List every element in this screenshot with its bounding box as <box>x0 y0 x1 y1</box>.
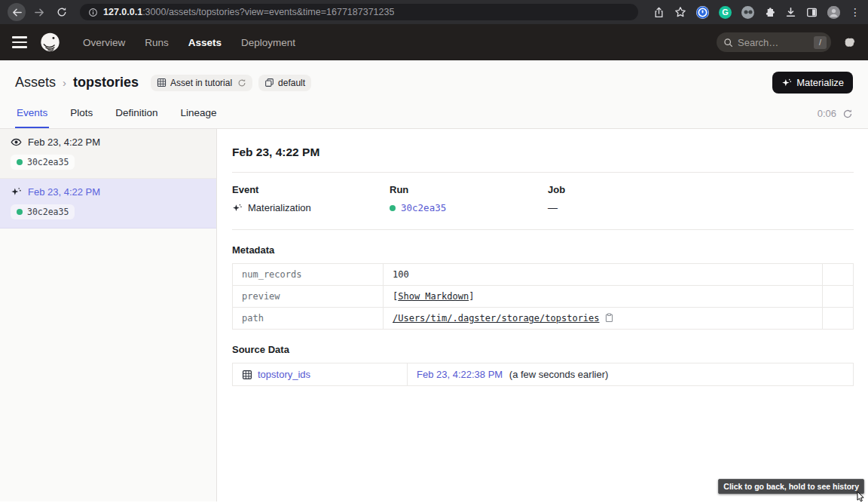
browser-forward-button[interactable] <box>30 3 48 21</box>
materialization-sparkle-icon <box>11 186 22 198</box>
reload-icon <box>57 7 67 17</box>
run-id-tag[interactable]: 30c2ea35 <box>11 155 75 170</box>
back-arrow-icon <box>11 7 23 18</box>
path-link[interactable]: /Users/tim/.dagster/storage/topstories <box>393 313 600 324</box>
materialize-button[interactable]: Materialize <box>772 72 853 94</box>
group-badge[interactable]: default <box>258 75 311 91</box>
materialization-sparkle-icon <box>232 203 243 213</box>
run-label: Run <box>390 184 548 195</box>
event-type-value: Materialization <box>248 202 311 213</box>
browser-back-button[interactable] <box>8 3 26 21</box>
event-list-item-observation[interactable]: Feb 23, 4:22 PM 30c2ea35 <box>0 129 216 179</box>
group-copies-icon <box>264 78 274 87</box>
browser-menu-icon[interactable]: ⋮ <box>850 6 860 18</box>
extension-goggles-icon[interactable] <box>741 6 754 19</box>
hamburger-menu-icon[interactable] <box>12 36 27 48</box>
primary-nav: Overview Runs Assets Deployment <box>83 37 295 48</box>
mouse-cursor <box>857 491 866 503</box>
copy-clipboard-icon[interactable] <box>604 313 614 323</box>
job-value: — <box>548 202 558 213</box>
nav-item-deployment[interactable]: Deployment <box>241 37 295 48</box>
extensions-puzzle-icon[interactable] <box>764 7 775 18</box>
asset-tabs: Events Plots Definition Lineage 0:06 <box>0 97 868 128</box>
browser-reload-button[interactable] <box>53 3 71 21</box>
site-info-icon[interactable] <box>88 8 98 17</box>
nav-item-overview[interactable]: Overview <box>83 37 125 48</box>
tab-plots[interactable]: Plots <box>69 107 94 128</box>
url-path: :3000/assets/topstories?view=events&time… <box>142 7 394 17</box>
source-asset-link[interactable]: topstory_ids <box>258 369 310 380</box>
asset-grid-icon <box>157 78 167 87</box>
downloads-icon[interactable] <box>785 7 796 18</box>
materialize-sparkle-icon <box>781 78 792 88</box>
asset-page-header: Assets › topstories Asset in tutorial de… <box>0 60 868 129</box>
breadcrumb-separator: › <box>63 76 66 89</box>
search-input[interactable] <box>738 37 809 48</box>
breadcrumb-assets-link[interactable]: Assets <box>15 75 56 90</box>
eye-icon <box>11 136 22 148</box>
run-status-dot <box>390 205 396 211</box>
browser-actions: G ⋮ <box>653 6 860 19</box>
extension-grammarly-icon[interactable]: G <box>719 6 732 19</box>
group-badge-label: default <box>278 78 305 88</box>
event-timestamp: Feb 23, 4:22 PM <box>28 186 100 198</box>
table-row: topstory_ids Feb 23, 4:22:38 PM (a few s… <box>233 363 854 386</box>
source-data-section-title: Source Data <box>232 344 854 355</box>
metadata-key: preview <box>233 286 384 308</box>
event-attributes: Event Materialization Run 30c2ea35 Job — <box>232 173 854 230</box>
forward-arrow-icon <box>34 7 45 18</box>
metadata-value: 100 <box>384 264 823 286</box>
profile-avatar[interactable] <box>827 6 840 19</box>
table-row: num_records 100 <box>233 264 854 286</box>
reload-repo-icon[interactable] <box>237 78 246 87</box>
metadata-extra-cell <box>823 264 854 286</box>
event-detail-panel: Feb 23, 4:22 PM Event Materialization Ru… <box>217 129 868 501</box>
event-list-item-materialization[interactable]: Feb 23, 4:22 PM 30c2ea35 <box>0 179 216 228</box>
metadata-value: [Show Markdown] <box>384 286 823 308</box>
settings-gear-icon[interactable] <box>843 36 856 49</box>
event-detail-title: Feb 23, 4:22 PM <box>232 140 854 173</box>
url-host: 127.0.0.1 <box>103 7 142 17</box>
tab-lineage[interactable]: Lineage <box>179 107 219 128</box>
tab-events[interactable]: Events <box>15 107 49 128</box>
run-id-text: 30c2ea35 <box>27 157 69 167</box>
table-row: path /Users/tim/.dagster/storage/topstor… <box>233 308 854 330</box>
grammarly-letter: G <box>722 8 729 17</box>
dagster-logo[interactable] <box>38 31 62 54</box>
refresh-timer: 0:06 <box>818 108 836 119</box>
run-status-dot <box>17 209 23 215</box>
repo-badge[interactable]: Asset in tutorial <box>151 75 252 91</box>
side-panel-icon[interactable] <box>806 7 818 18</box>
event-list-sidebar: Feb 23, 4:22 PM 30c2ea35 Feb 23, 4:22 PM… <box>0 129 217 501</box>
page-title: topstories <box>73 75 139 90</box>
refresh-icon[interactable] <box>842 109 853 119</box>
source-time-link[interactable]: Feb 23, 4:22:38 PM <box>417 369 503 380</box>
materialize-label: Materialize <box>796 77 844 88</box>
extension-1password-icon[interactable] <box>696 6 709 19</box>
tab-definition[interactable]: Definition <box>114 107 159 128</box>
metadata-key: num_records <box>233 264 384 286</box>
url-text[interactable]: 127.0.0.1:3000/assets/topstories?view=ev… <box>103 7 394 17</box>
nav-item-assets[interactable]: Assets <box>188 37 222 48</box>
run-id-link[interactable]: 30c2ea35 <box>401 202 446 213</box>
event-label: Event <box>232 184 390 195</box>
address-bar[interactable]: 127.0.0.1:3000/assets/topstories?view=ev… <box>80 4 638 20</box>
app-top-nav: Overview Runs Assets Deployment / <box>0 24 868 60</box>
asset-grid-icon <box>242 370 252 380</box>
event-timestamp: Feb 23, 4:22 PM <box>28 136 100 148</box>
share-icon[interactable] <box>653 7 665 18</box>
nav-item-runs[interactable]: Runs <box>145 37 169 48</box>
browser-toolbar: 127.0.0.1:3000/assets/topstories?view=ev… <box>0 0 868 24</box>
run-id-text: 30c2ea35 <box>27 207 69 217</box>
breadcrumb: Assets › topstories Asset in tutorial de… <box>0 60 868 97</box>
source-data-table: topstory_ids Feb 23, 4:22:38 PM (a few s… <box>232 363 854 386</box>
run-id-tag[interactable]: 30c2ea35 <box>11 204 75 219</box>
table-row: preview [Show Markdown] <box>233 286 854 308</box>
show-markdown-link[interactable]: Show Markdown <box>398 291 469 302</box>
global-search[interactable]: / <box>717 32 831 52</box>
search-shortcut-badge: / <box>814 36 827 49</box>
back-button-tooltip: Click to go back, hold to see history <box>718 479 864 494</box>
bookmark-star-icon[interactable] <box>674 6 686 18</box>
metadata-key: path <box>233 308 384 330</box>
bracket-close: ] <box>469 291 474 302</box>
